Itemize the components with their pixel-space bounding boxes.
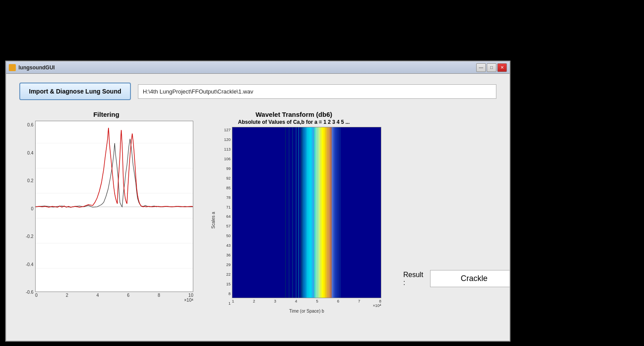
wav-y-71: 71 — [226, 205, 231, 209]
svg-rect-39 — [296, 127, 297, 298]
filter-y-neg-mid-bot: -0.4 — [26, 262, 33, 267]
svg-rect-22 — [320, 127, 322, 298]
wav-y-29: 29 — [226, 263, 231, 267]
wav-x-8: 8 — [379, 299, 381, 303]
svg-rect-33 — [336, 127, 337, 298]
svg-point-0 — [10, 65, 14, 70]
right-panel: Result : Crackle — [394, 111, 510, 314]
filter-x-unit: ×10⁴ — [35, 298, 193, 303]
result-area: Result : Crackle — [403, 270, 510, 287]
close-button[interactable]: ✕ — [497, 63, 507, 72]
top-row: Import & Diagnose Lung Sound H:\4th Lung… — [19, 83, 496, 100]
svg-rect-31 — [333, 127, 334, 298]
svg-rect-15 — [310, 127, 311, 298]
filter-y-neg-mid: -0.2 — [26, 234, 33, 239]
filter-x-0: 0 — [35, 293, 38, 298]
wav-x-6: 6 — [337, 299, 339, 303]
wav-y-22: 22 — [226, 272, 231, 277]
wav-y-1: 1 — [228, 301, 231, 306]
svg-rect-13 — [307, 127, 308, 298]
black-signal — [36, 139, 193, 207]
content-area: Import & Diagnose Lung Sound H:\4th Lung… — [6, 74, 510, 341]
wav-y-127: 127 — [224, 128, 231, 132]
filter-y-min: -0.6 — [26, 290, 33, 295]
wavelet-chart-svg — [232, 127, 381, 298]
wav-y-50: 50 — [226, 234, 231, 238]
svg-rect-37 — [289, 127, 289, 298]
svg-rect-10 — [302, 127, 304, 298]
wav-x-5: 5 — [316, 299, 318, 303]
filtering-chart-svg — [35, 121, 193, 292]
wav-y-120: 120 — [224, 137, 231, 142]
wav-y-57: 57 — [226, 224, 231, 228]
svg-rect-32 — [334, 127, 336, 298]
svg-rect-20 — [317, 127, 318, 298]
svg-rect-26 — [326, 127, 327, 298]
wav-y-113: 113 — [224, 147, 231, 151]
filtering-chart-title: Filtering — [93, 111, 119, 118]
svg-rect-40 — [298, 127, 299, 298]
wavelet-chart-wrapper: Wavelet Transform (db6) Absolute of Valu… — [206, 111, 381, 314]
charts-and-result: Filtering 0.6 0.4 0.2 0 -0.2 -0.4 -0.6 — [19, 111, 496, 314]
svg-rect-25 — [325, 127, 326, 298]
wav-x-7: 7 — [358, 299, 360, 303]
wav-x-1: 1 — [232, 299, 234, 303]
file-path-display: H:\4th LungProject\FFOutput\Crackle\1.wa… — [138, 84, 496, 99]
import-diagnose-button[interactable]: Import & Diagnose Lung Sound — [19, 83, 131, 100]
window-title: lungsoundGUI — [18, 65, 55, 71]
wav-y-36: 36 — [226, 253, 231, 257]
wav-y-106: 106 — [224, 157, 231, 161]
svg-rect-34 — [337, 127, 339, 298]
svg-rect-9 — [300, 127, 302, 298]
wav-y-85: 85 — [226, 186, 231, 190]
wav-y-15: 15 — [226, 282, 231, 286]
svg-rect-30 — [332, 127, 333, 298]
wav-y-92: 92 — [226, 176, 231, 180]
minimize-button[interactable]: — — [476, 63, 486, 72]
svg-rect-11 — [304, 127, 305, 298]
red-signal — [36, 128, 193, 207]
svg-rect-16 — [311, 127, 313, 298]
wav-x-4: 4 — [295, 299, 297, 303]
window-controls: — □ ✕ — [476, 63, 507, 72]
svg-rect-28 — [329, 127, 330, 298]
svg-rect-23 — [322, 127, 323, 298]
wav-y-64: 64 — [226, 214, 231, 219]
wavelet-y-axis-label: Scales a — [211, 212, 216, 228]
svg-rect-18 — [314, 127, 315, 298]
svg-rect-36 — [285, 127, 286, 298]
wav-y-78: 78 — [226, 195, 231, 200]
filter-x-8: 8 — [158, 293, 160, 298]
svg-rect-29 — [330, 127, 332, 298]
filter-y-mid-top: 0.4 — [27, 151, 33, 155]
svg-rect-24 — [323, 127, 325, 298]
svg-rect-35 — [339, 127, 341, 298]
filtering-chart-wrapper: Filtering 0.6 0.4 0.2 0 -0.2 -0.4 -0.6 — [19, 111, 193, 314]
filter-y-mid: 0.2 — [27, 178, 33, 183]
wav-y-99: 99 — [226, 166, 231, 171]
svg-rect-14 — [308, 127, 310, 298]
wav-x-3: 3 — [274, 299, 276, 303]
wav-y-43: 43 — [226, 243, 231, 248]
maximize-button[interactable]: □ — [487, 63, 496, 72]
app-icon — [9, 64, 16, 71]
wavelet-x-unit: ×10⁴ — [232, 303, 381, 308]
wavelet-title: Wavelet Transform (db6) — [256, 111, 332, 118]
filter-x-4: 4 — [97, 293, 99, 298]
svg-rect-12 — [305, 127, 307, 298]
svg-rect-38 — [292, 127, 293, 298]
title-bar-left: lungsoundGUI — [9, 64, 55, 71]
wav-x-2: 2 — [253, 299, 255, 303]
filter-x-6: 6 — [127, 293, 130, 298]
svg-rect-27 — [327, 127, 329, 298]
title-bar: lungsoundGUI — □ ✕ — [6, 61, 510, 74]
wav-y-8: 8 — [228, 292, 231, 296]
svg-rect-19 — [315, 127, 317, 298]
filter-y-zero: 0 — [31, 206, 33, 211]
result-label: Result : — [403, 271, 423, 287]
result-value-box: Crackle — [430, 270, 510, 287]
wavelet-subtitle: Absolute of Values of Ca,b for a = 1 2 3… — [238, 119, 350, 125]
svg-rect-21 — [318, 127, 320, 298]
svg-rect-17 — [313, 127, 314, 298]
wavelet-x-label: Time (or Space) b — [232, 309, 381, 314]
